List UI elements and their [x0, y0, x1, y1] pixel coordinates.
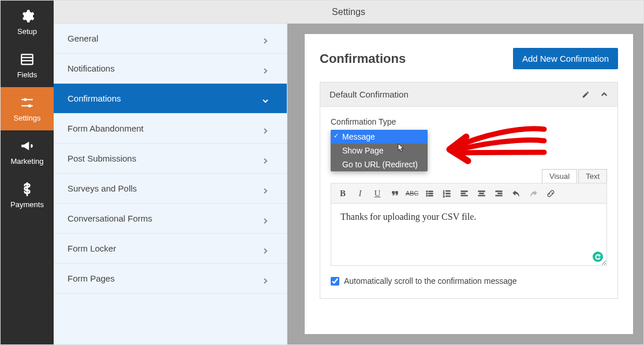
italic-button[interactable]: I — [352, 186, 368, 201]
settings-subnav: General Notifications Confirmations Form… — [54, 24, 287, 344]
add-new-confirmation-button[interactable]: Add New Confirmation — [513, 48, 618, 69]
svg-rect-8 — [428, 191, 433, 192]
chevron-right-icon — [263, 186, 268, 192]
svg-text:3: 3 — [443, 195, 444, 198]
dropdown-option-go-to-url[interactable]: Go to URL (Redirect) — [331, 158, 428, 171]
svg-rect-19 — [460, 190, 467, 192]
subnav-label: Surveys and Polls — [68, 183, 137, 193]
subnav-form-locker[interactable]: Form Locker — [54, 234, 287, 264]
collapse-icon[interactable] — [600, 91, 608, 99]
subnav-form-pages[interactable]: Form Pages — [54, 264, 287, 294]
subnav-label: Post Submissions — [68, 153, 136, 163]
nav-fields[interactable]: Fields — [1, 44, 54, 87]
primary-nav: Setup Fields Settings Marketing Payments — [1, 1, 54, 344]
body-wrap: General Notifications Confirmations Form… — [54, 24, 643, 344]
dropdown-option-message[interactable]: Message — [331, 130, 428, 144]
subnav-label: Form Locker — [68, 243, 116, 253]
svg-rect-20 — [460, 193, 465, 194]
nav-label: Payments — [10, 200, 44, 209]
svg-rect-0 — [21, 54, 33, 64]
nav-marketing[interactable]: Marketing — [1, 130, 54, 174]
gear-icon — [20, 9, 35, 24]
panel-title: Confirmations — [320, 51, 406, 66]
svg-point-11 — [426, 195, 427, 196]
list-icon — [20, 52, 35, 67]
nav-label: Fields — [17, 70, 38, 79]
app-root: Setup Fields Settings Marketing Payments… — [0, 0, 644, 345]
svg-rect-12 — [428, 195, 433, 196]
number-list-button[interactable]: 123 — [439, 186, 455, 201]
svg-rect-26 — [497, 193, 502, 194]
grammarly-icon — [593, 252, 603, 262]
chevron-right-icon — [263, 126, 268, 132]
underline-button[interactable]: U — [369, 186, 385, 201]
subnav-label: Confirmations — [68, 93, 121, 103]
subnav-label: Form Abandonment — [68, 123, 144, 133]
panel-header: Confirmations Add New Confirmation — [320, 48, 618, 69]
confirmation-type-dropdown: Message Show Page Go to URL (Redirect) — [331, 130, 428, 171]
link-button[interactable] — [542, 186, 559, 201]
align-left-button[interactable] — [456, 186, 472, 201]
dollar-icon — [20, 182, 35, 197]
editor-toolbar: B I U ABC 123 — [331, 183, 607, 204]
chevron-right-icon — [263, 216, 268, 222]
redo-button[interactable] — [525, 186, 541, 201]
svg-rect-25 — [495, 190, 501, 192]
subnav-post-submissions[interactable]: Post Submissions — [54, 144, 287, 174]
subnav-general[interactable]: General — [54, 24, 287, 54]
subnav-notifications[interactable]: Notifications — [54, 54, 287, 84]
quote-button[interactable] — [387, 186, 403, 201]
chevron-right-icon — [263, 36, 268, 42]
accordion-body: Confirmation Type Message Show Page Go t… — [320, 107, 618, 299]
bullhorn-icon — [20, 138, 35, 153]
nav-payments[interactable]: Payments — [1, 174, 54, 217]
auto-scroll-checkbox-row[interactable]: Automatically scroll to the confirmation… — [331, 276, 607, 286]
content-area: Settings General Notifications Confirmat… — [54, 1, 643, 344]
checkbox-label: Automatically scroll to the confirmation… — [344, 276, 517, 286]
nav-settings[interactable]: Settings — [1, 87, 54, 130]
align-center-button[interactable] — [473, 186, 489, 201]
accordion-header[interactable]: Default Confirmation — [320, 82, 618, 107]
message-editor[interactable]: Thanks for uploading your CSV file. — [331, 204, 607, 266]
subnav-form-abandonment[interactable]: Form Abandonment — [54, 114, 287, 144]
chevron-down-icon — [263, 96, 268, 102]
subnav-conversational-forms[interactable]: Conversational Forms — [54, 204, 287, 234]
page-title: Settings — [54, 1, 643, 24]
dropdown-option-show-page[interactable]: Show Page — [331, 144, 428, 158]
svg-rect-23 — [479, 193, 484, 194]
svg-rect-27 — [495, 195, 501, 196]
subnav-label: General — [68, 33, 98, 43]
nav-label: Setup — [17, 27, 37, 36]
svg-point-7 — [426, 190, 427, 192]
accordion-actions — [582, 91, 608, 99]
panel-card: Confirmations Add New Confirmation Defau… — [305, 34, 633, 334]
sliders-icon — [20, 95, 35, 110]
edit-icon[interactable] — [582, 91, 590, 99]
editor-tab-visual[interactable]: Visual — [542, 169, 577, 183]
strikethrough-button[interactable]: ABC — [404, 186, 420, 201]
align-right-button[interactable] — [491, 186, 507, 201]
chevron-right-icon — [263, 156, 268, 162]
svg-point-9 — [426, 193, 427, 194]
svg-rect-10 — [428, 193, 433, 194]
subnav-label: Form Pages — [68, 273, 115, 283]
bullet-list-button[interactable] — [421, 186, 437, 201]
auto-scroll-checkbox[interactable] — [331, 277, 339, 286]
svg-rect-16 — [445, 193, 450, 194]
accordion-title: Default Confirmation — [330, 89, 409, 99]
svg-rect-22 — [478, 190, 484, 192]
svg-rect-21 — [460, 195, 467, 196]
chevron-right-icon — [263, 246, 268, 252]
undo-button[interactable] — [508, 186, 524, 201]
svg-rect-14 — [445, 190, 450, 192]
subnav-surveys-polls[interactable]: Surveys and Polls — [54, 174, 287, 204]
editor-tab-text[interactable]: Text — [578, 169, 607, 183]
main-panel: Confirmations Add New Confirmation Defau… — [287, 24, 643, 344]
nav-label: Marketing — [10, 157, 43, 166]
bold-button[interactable]: B — [335, 186, 351, 201]
subnav-confirmations[interactable]: Confirmations — [54, 84, 287, 114]
svg-rect-24 — [478, 195, 484, 196]
editor-content-text: Thanks for uploading your CSV file. — [340, 212, 476, 222]
svg-rect-18 — [445, 196, 450, 197]
nav-setup[interactable]: Setup — [1, 1, 54, 44]
